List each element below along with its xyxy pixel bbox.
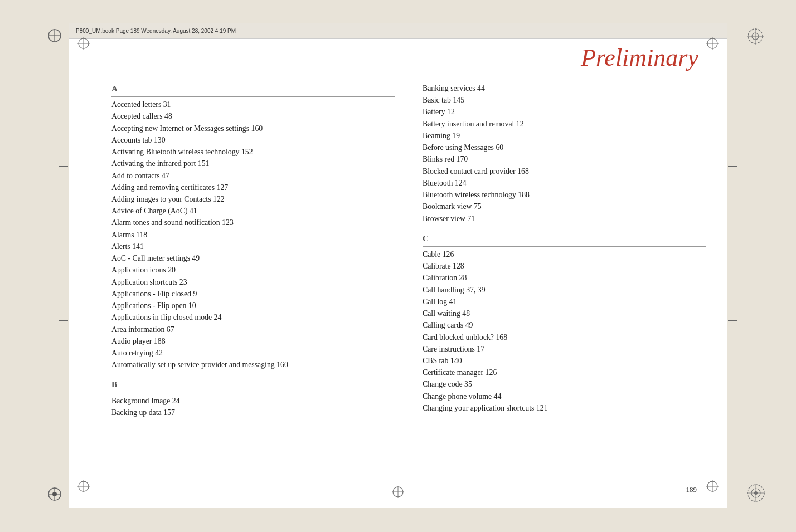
page-title: Preliminary <box>581 43 698 72</box>
section-b-letter: B <box>111 378 395 393</box>
entry-background-image: Background Image 24 <box>111 395 395 407</box>
reg-mark-inner-bl <box>77 480 90 495</box>
entry-backing-up-data: Backing up data 157 <box>111 407 395 418</box>
entry-bookmark-view: Bookmark view 75 <box>423 201 706 212</box>
entry-accepted-callers: Accepted callers 48 <box>111 110 395 122</box>
entry-activating-infrared: Activating the infrared port 151 <box>111 158 395 169</box>
content-area: A Accented letters 31 Accepted callers 4… <box>111 82 706 477</box>
right-column: Banking services 44 Basic tab 145 Batter… <box>423 82 706 477</box>
section-c-letter: C <box>423 232 706 247</box>
entry-before-using-messages: Before using Messages 60 <box>423 141 706 153</box>
entry-certificate-manager: Certificate manager 126 <box>423 367 706 378</box>
reg-mark-outer-br <box>746 483 766 505</box>
entry-cbs-tab: CBS tab 140 <box>423 355 706 367</box>
entry-change-phone-volume: Change phone volume 44 <box>423 391 706 402</box>
entry-application-icons: Application icons 20 <box>111 264 395 276</box>
entry-cable: Cable 126 <box>423 248 706 260</box>
svg-point-10 <box>52 492 57 496</box>
reg-mark-outer-tr <box>746 27 765 48</box>
fold-mark-left-2 <box>59 320 68 321</box>
entry-applications-flip-open: Applications - Flip open 10 <box>111 300 395 311</box>
fold-mark-right-2 <box>728 320 737 321</box>
entry-battery-insertion: Battery insertion and removal 12 <box>423 118 706 130</box>
entry-audio-player: Audio player 188 <box>111 335 395 347</box>
entry-calling-cards: Calling cards 49 <box>423 319 706 331</box>
entry-aoc-call-meter: AoC - Call meter settings 49 <box>111 252 395 264</box>
section-a-letter: A <box>111 82 395 97</box>
entry-applications-flip-closed-mode: Applications in flip closed mode 24 <box>111 311 395 323</box>
entry-bluetooth-wireless: Bluetooth wireless technology 188 <box>423 189 706 201</box>
entry-care-instructions: Care instructions 17 <box>423 343 706 355</box>
entry-basic-tab: Basic tab 145 <box>423 94 706 106</box>
page-number: 189 <box>686 484 697 494</box>
reg-mark-inner-tl <box>77 37 90 52</box>
header-text: P800_UM.book Page 189 Wednesday, August … <box>76 28 236 34</box>
entry-bluetooth: Bluetooth 124 <box>423 177 706 189</box>
entry-battery: Battery 12 <box>423 106 706 118</box>
entry-changing-application-shortcuts: Changing your application shortcuts 121 <box>423 402 706 414</box>
entry-call-log: Call log 41 <box>423 296 706 308</box>
entry-call-handling: Call handling 37, 39 <box>423 284 706 296</box>
left-b-entries: Background Image 24 Backing up data 157 <box>111 395 395 418</box>
entry-adding-images: Adding images to your Contacts 122 <box>111 193 395 205</box>
entry-blocked-contact-card: Blocked contact card provider 168 <box>423 165 706 177</box>
reg-mark-outer-bl <box>47 486 62 504</box>
left-index-entries: Accented letters 31 Accepted callers 48 … <box>111 99 395 370</box>
page-header: P800_UM.book Page 189 Wednesday, August … <box>69 23 727 39</box>
reg-mark-outer-tl <box>47 28 62 46</box>
entry-calibrate: Calibrate 128 <box>423 260 706 272</box>
right-c-entries: Cable 126 Calibrate 128 Calibration 28 C… <box>423 248 706 414</box>
entry-blinks-red: Blinks red 170 <box>423 153 706 165</box>
entry-automatically-set-up: Automatically set up service provider an… <box>111 359 395 370</box>
entry-accepting-new: Accepting new Internet or Messages setti… <box>111 123 395 134</box>
fold-mark-right-1 <box>728 166 737 167</box>
entry-banking-services: Banking services 44 <box>423 82 706 94</box>
entry-card-blocked: Card blocked unblock? 168 <box>423 331 706 343</box>
entry-auto-retrying: Auto retrying 42 <box>111 347 395 359</box>
entry-accounts-tab: Accounts tab 130 <box>111 134 395 146</box>
entry-applications-flip-closed: Applications - Flip closed 9 <box>111 288 395 300</box>
reg-mark-inner-tr <box>706 37 719 52</box>
entry-accented-letters: Accented letters 31 <box>111 99 395 110</box>
reg-mark-inner-br <box>706 480 719 495</box>
entry-beaming: Beaming 19 <box>423 130 706 141</box>
entry-add-to-contacts: Add to contacts 47 <box>111 170 395 182</box>
entry-advice-of-charge: Advice of Charge (AoC) 41 <box>111 205 395 217</box>
entry-call-waiting: Call waiting 48 <box>423 308 706 319</box>
entry-calibration: Calibration 28 <box>423 272 706 284</box>
entry-application-shortcuts: Application shortcuts 23 <box>111 276 395 288</box>
fold-mark-left-1 <box>59 166 68 167</box>
reg-mark-bottom-center <box>391 485 405 501</box>
entry-activating-bluetooth: Activating Bluetooth wireless technology… <box>111 146 395 158</box>
entry-alerts: Alerts 141 <box>111 241 395 252</box>
entry-alarms: Alarms 118 <box>111 229 395 241</box>
right-b-entries: Banking services 44 Basic tab 145 Batter… <box>423 82 706 224</box>
entry-adding-removing-certs: Adding and removing certificates 127 <box>111 182 395 193</box>
entry-area-information: Area information 67 <box>111 324 395 335</box>
entry-change-code: Change code 35 <box>423 378 706 390</box>
left-column: A Accented letters 31 Accepted callers 4… <box>111 82 395 477</box>
entry-alarm-tones: Alarm tones and sound notification 123 <box>111 217 395 228</box>
entry-browser-view: Browser view 71 <box>423 213 706 224</box>
